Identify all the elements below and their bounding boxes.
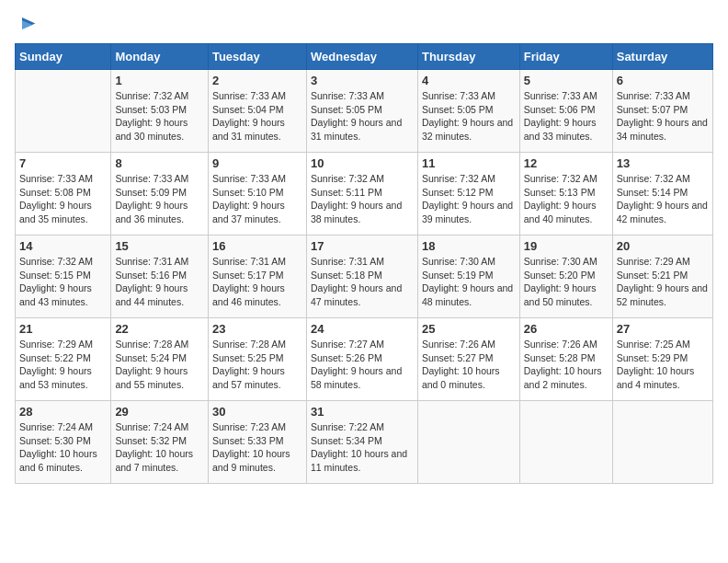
day-number: 13 [617,156,709,170]
day-number: 30 [212,405,302,419]
week-row-3: 14Sunrise: 7:32 AMSunset: 5:15 PMDayligh… [16,236,713,318]
day-info: Sunrise: 7:28 AMSunset: 5:25 PMDaylight:… [212,338,302,392]
weekday-header-sunday: Sunday [16,44,111,70]
day-number: 11 [422,156,516,170]
day-info: Sunrise: 7:32 AMSunset: 5:03 PMDaylight:… [115,89,204,144]
day-info: Sunrise: 7:27 AMSunset: 5:26 PMDaylight:… [311,338,414,392]
calendar-cell: 11Sunrise: 7:32 AMSunset: 5:12 PMDayligh… [417,153,519,236]
calendar-cell: 20Sunrise: 7:29 AMSunset: 5:21 PMDayligh… [612,236,712,318]
day-info: Sunrise: 7:33 AMSunset: 5:06 PMDaylight:… [524,89,609,144]
day-info: Sunrise: 7:23 AMSunset: 5:33 PMDaylight:… [212,420,302,475]
day-number: 21 [19,322,107,336]
day-info: Sunrise: 7:33 AMSunset: 5:05 PMDaylight:… [311,89,414,144]
day-number: 31 [311,405,414,419]
day-number: 14 [19,239,107,253]
day-info: Sunrise: 7:28 AMSunset: 5:24 PMDaylight:… [115,338,204,392]
day-info: Sunrise: 7:29 AMSunset: 5:22 PMDaylight:… [19,338,107,392]
calendar-cell: 8Sunrise: 7:33 AMSunset: 5:09 PMDaylight… [111,153,209,236]
day-info: Sunrise: 7:31 AMSunset: 5:17 PMDaylight:… [212,255,302,309]
day-number: 12 [524,156,609,170]
day-info: Sunrise: 7:26 AMSunset: 5:28 PMDaylight:… [524,338,609,392]
calendar-cell: 13Sunrise: 7:32 AMSunset: 5:14 PMDayligh… [612,153,712,236]
day-info: Sunrise: 7:33 AMSunset: 5:10 PMDaylight:… [212,172,302,226]
day-number: 2 [212,74,302,87]
calendar-table: SundayMondayTuesdayWednesdayThursdayFrid… [15,43,713,484]
day-info: Sunrise: 7:33 AMSunset: 5:05 PMDaylight:… [422,89,516,144]
weekday-header-thursday: Thursday [417,44,519,70]
weekday-header-wednesday: Wednesday [307,44,418,70]
calendar-cell: 1Sunrise: 7:32 AMSunset: 5:03 PMDaylight… [111,70,209,153]
calendar-cell: 15Sunrise: 7:31 AMSunset: 5:16 PMDayligh… [111,236,209,318]
calendar-cell: 7Sunrise: 7:33 AMSunset: 5:08 PMDaylight… [16,153,111,236]
day-info: Sunrise: 7:31 AMSunset: 5:16 PMDaylight:… [115,255,204,309]
calendar-cell: 6Sunrise: 7:33 AMSunset: 5:07 PMDaylight… [612,70,712,153]
day-number: 27 [617,322,709,336]
calendar-cell: 21Sunrise: 7:29 AMSunset: 5:22 PMDayligh… [16,318,111,401]
day-number: 17 [311,239,414,253]
calendar-cell: 18Sunrise: 7:30 AMSunset: 5:19 PMDayligh… [417,236,519,318]
day-info: Sunrise: 7:32 AMSunset: 5:15 PMDaylight:… [19,255,107,309]
calendar-cell [417,401,519,484]
weekday-header-friday: Friday [519,44,612,70]
calendar-cell: 31Sunrise: 7:22 AMSunset: 5:34 PMDayligh… [307,401,418,484]
day-number: 23 [212,322,302,336]
calendar-cell: 9Sunrise: 7:33 AMSunset: 5:10 PMDaylight… [208,153,306,236]
calendar-cell [519,401,612,484]
calendar-cell: 23Sunrise: 7:28 AMSunset: 5:25 PMDayligh… [208,318,306,401]
weekday-header-row: SundayMondayTuesdayWednesdayThursdayFrid… [16,44,713,70]
week-row-5: 28Sunrise: 7:24 AMSunset: 5:30 PMDayligh… [16,401,713,484]
day-number: 15 [115,239,204,253]
day-number: 16 [212,239,302,253]
calendar-cell: 4Sunrise: 7:33 AMSunset: 5:05 PMDaylight… [417,70,519,153]
day-number: 24 [311,322,414,336]
day-number: 5 [524,74,609,87]
day-number: 18 [422,239,516,253]
calendar-cell: 10Sunrise: 7:32 AMSunset: 5:11 PMDayligh… [307,153,418,236]
calendar-cell: 28Sunrise: 7:24 AMSunset: 5:30 PMDayligh… [16,401,111,484]
calendar-cell: 24Sunrise: 7:27 AMSunset: 5:26 PMDayligh… [307,318,418,401]
day-info: Sunrise: 7:32 AMSunset: 5:12 PMDaylight:… [422,172,516,226]
calendar-cell: 3Sunrise: 7:33 AMSunset: 5:05 PMDaylight… [307,70,418,153]
calendar-cell: 22Sunrise: 7:28 AMSunset: 5:24 PMDayligh… [111,318,209,401]
day-number: 8 [115,156,204,170]
day-info: Sunrise: 7:32 AMSunset: 5:14 PMDaylight:… [617,172,709,226]
day-info: Sunrise: 7:24 AMSunset: 5:30 PMDaylight:… [19,420,107,475]
calendar-cell: 25Sunrise: 7:26 AMSunset: 5:27 PMDayligh… [417,318,519,401]
header [15,15,713,34]
day-info: Sunrise: 7:33 AMSunset: 5:09 PMDaylight:… [115,172,204,226]
day-number: 19 [524,239,609,253]
calendar-cell: 30Sunrise: 7:23 AMSunset: 5:33 PMDayligh… [208,401,306,484]
day-number: 25 [422,322,516,336]
calendar-cell: 16Sunrise: 7:31 AMSunset: 5:17 PMDayligh… [208,236,306,318]
day-number: 7 [19,156,107,170]
day-info: Sunrise: 7:30 AMSunset: 5:19 PMDaylight:… [422,255,516,309]
day-info: Sunrise: 7:31 AMSunset: 5:18 PMDaylight:… [311,255,414,309]
logo-icon [15,16,37,34]
week-row-1: 1Sunrise: 7:32 AMSunset: 5:03 PMDaylight… [16,70,713,153]
day-info: Sunrise: 7:33 AMSunset: 5:04 PMDaylight:… [212,89,302,144]
week-row-2: 7Sunrise: 7:33 AMSunset: 5:08 PMDaylight… [16,153,713,236]
day-number: 26 [524,322,609,336]
day-info: Sunrise: 7:26 AMSunset: 5:27 PMDaylight:… [422,338,516,392]
calendar-cell: 5Sunrise: 7:33 AMSunset: 5:06 PMDaylight… [519,70,612,153]
calendar-cell: 12Sunrise: 7:32 AMSunset: 5:13 PMDayligh… [519,153,612,236]
day-number: 28 [19,405,107,419]
calendar-cell: 2Sunrise: 7:33 AMSunset: 5:04 PMDaylight… [208,70,306,153]
week-row-4: 21Sunrise: 7:29 AMSunset: 5:22 PMDayligh… [16,318,713,401]
day-number: 10 [311,156,414,170]
day-info: Sunrise: 7:24 AMSunset: 5:32 PMDaylight:… [115,420,204,475]
calendar-cell: 27Sunrise: 7:25 AMSunset: 5:29 PMDayligh… [612,318,712,401]
day-number: 3 [311,74,414,87]
calendar-cell: 26Sunrise: 7:26 AMSunset: 5:28 PMDayligh… [519,318,612,401]
weekday-header-saturday: Saturday [612,44,712,70]
day-info: Sunrise: 7:33 AMSunset: 5:07 PMDaylight:… [617,89,709,144]
day-number: 9 [212,156,302,170]
calendar-cell [612,401,712,484]
calendar-cell: 29Sunrise: 7:24 AMSunset: 5:32 PMDayligh… [111,401,209,484]
calendar-cell [16,70,111,153]
day-number: 29 [115,405,204,419]
logo [15,15,40,34]
calendar-cell: 17Sunrise: 7:31 AMSunset: 5:18 PMDayligh… [307,236,418,318]
day-number: 4 [422,74,516,87]
day-info: Sunrise: 7:32 AMSunset: 5:11 PMDaylight:… [311,172,414,226]
